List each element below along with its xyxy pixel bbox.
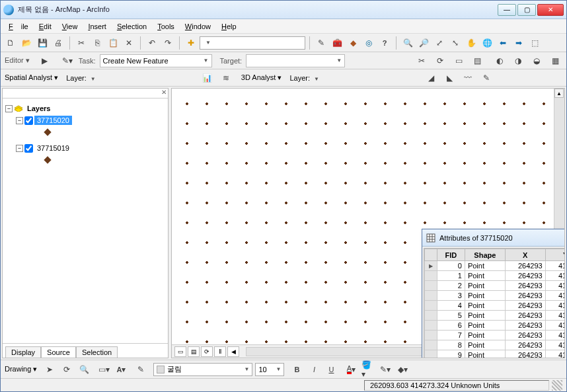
cell-fid[interactable]: 3 xyxy=(437,291,465,301)
layout-view-icon[interactable]: ▤ xyxy=(188,346,200,357)
table-row[interactable]: 5Point26429341429244,268 xyxy=(425,311,566,321)
cell-shape[interactable]: Point xyxy=(465,311,505,321)
resize-grip-icon[interactable] xyxy=(552,380,562,391)
italic-icon[interactable]: I xyxy=(307,362,321,377)
table-row[interactable]: 4Point26429341429344,304 xyxy=(425,301,566,311)
cell-x[interactable]: 264293 xyxy=(505,271,545,281)
table-row[interactable]: 6Point26429341429144,272 xyxy=(425,321,566,331)
cut-icon[interactable]: ✂ xyxy=(74,36,89,50)
cell-shape[interactable]: Point xyxy=(465,281,505,291)
edit-tool-icon[interactable]: ▶ xyxy=(38,54,52,68)
line-color-icon[interactable]: ✎▾ xyxy=(378,362,393,377)
cell-fid[interactable]: 8 xyxy=(437,340,465,350)
rotate-icon[interactable]: ⟳ xyxy=(433,54,447,68)
cell-x[interactable]: 264293 xyxy=(505,261,545,271)
cell-shape[interactable]: Point xyxy=(465,261,505,271)
row-handle[interactable] xyxy=(425,331,437,340)
tab-source[interactable]: Source xyxy=(41,346,76,358)
menu-window[interactable]: Window xyxy=(181,21,215,32)
next-extent-icon[interactable]: ➡ xyxy=(511,36,526,50)
cell-x[interactable]: 264293 xyxy=(505,311,545,321)
zoom-rect-icon[interactable]: 🔍 xyxy=(77,362,91,377)
histogram-icon[interactable]: 📊 xyxy=(200,71,215,85)
spatial-analyst-label[interactable]: Spatial Analyst ▾ xyxy=(5,73,58,82)
rectangle-tool-icon[interactable]: ▭▾ xyxy=(96,362,111,377)
diamond-point-symbol-icon[interactable] xyxy=(44,156,51,163)
full-extent-icon[interactable]: 🌐 xyxy=(480,36,494,50)
table-row[interactable]: 8Point26429341428944,225 xyxy=(425,340,566,350)
bold-icon[interactable]: B xyxy=(289,362,304,377)
row-handle[interactable] xyxy=(425,340,437,350)
threeD-tool4-icon[interactable]: ✎ xyxy=(479,71,494,85)
zoom-in-icon[interactable]: 🔍 xyxy=(400,36,415,50)
editor-toolbar-icon[interactable]: ✎ xyxy=(314,36,328,50)
row-handle[interactable] xyxy=(425,350,437,359)
cell-y[interactable]: 414289 xyxy=(545,340,565,350)
tab-display[interactable]: Display xyxy=(5,346,41,358)
row-handle[interactable]: ▶ xyxy=(425,261,437,271)
delete-icon[interactable]: ✕ xyxy=(122,36,136,50)
tree-root-row[interactable]: − Layers xyxy=(5,102,165,114)
cell-y[interactable]: 414296 xyxy=(545,271,565,281)
cell-y[interactable]: 414291 xyxy=(545,321,565,331)
cell-y[interactable]: 414293 xyxy=(545,301,565,311)
layer-visibility-checkbox[interactable] xyxy=(24,116,33,125)
copy-icon[interactable]: ⎘ xyxy=(90,36,104,50)
edit-tool5-icon[interactable]: ▦ xyxy=(548,54,562,68)
fill-color-icon[interactable]: 🪣▾ xyxy=(361,362,375,377)
cell-shape[interactable]: Point xyxy=(465,350,505,359)
row-handle[interactable] xyxy=(425,271,437,281)
redo-icon[interactable]: ↷ xyxy=(161,36,175,50)
toc-close-icon[interactable]: ✕ xyxy=(3,89,168,98)
cell-x[interactable]: 264293 xyxy=(505,340,545,350)
fixed-zoom-in-icon[interactable]: ⤢ xyxy=(432,36,447,50)
menu-insert[interactable]: Insert xyxy=(84,21,110,32)
contour-icon[interactable]: ≋ xyxy=(219,71,233,85)
cell-x[interactable]: 264293 xyxy=(505,301,545,311)
attribute-table-window[interactable]: Attributes of 37715020 — ▢ ✕ xyxy=(422,229,565,358)
font-color-icon[interactable]: A▾ xyxy=(344,362,358,377)
cell-shape[interactable]: Point xyxy=(465,291,505,301)
split-icon[interactable]: ✂ xyxy=(414,54,429,68)
cell-y[interactable]: 414290 xyxy=(545,331,565,340)
fixed-zoom-out-icon[interactable]: ⤡ xyxy=(448,36,463,50)
threeD-tool3-icon[interactable]: 〰 xyxy=(461,71,475,85)
select-elements-icon[interactable]: ⬚ xyxy=(527,36,542,50)
fontsize-combo[interactable]: 10▼ xyxy=(255,363,284,376)
menu-selection[interactable]: Selection xyxy=(113,21,151,32)
edit-vertices-icon[interactable]: ✎ xyxy=(133,362,148,377)
select-tool-icon[interactable]: ➤ xyxy=(42,362,57,377)
collapse-icon[interactable]: − xyxy=(5,105,13,112)
catalog-icon[interactable]: ◎ xyxy=(361,36,376,50)
cell-x[interactable]: 264293 xyxy=(505,291,545,301)
cell-fid[interactable]: 9 xyxy=(437,350,465,359)
cell-fid[interactable]: 7 xyxy=(437,331,465,340)
titlebar[interactable]: 제목 없음 - ArcMap - ArcInfo — ▢ ✕ xyxy=(1,1,566,19)
tab-selection[interactable]: Selection xyxy=(76,346,118,358)
layer-row-2[interactable]: − 37715019 xyxy=(5,142,165,154)
layer-2-label[interactable]: 37715019 xyxy=(34,143,72,153)
cell-x[interactable]: 264293 xyxy=(505,331,545,340)
maximize-button[interactable]: ▢ xyxy=(517,4,536,16)
arc-toolbox-icon[interactable]: 🧰 xyxy=(330,36,344,50)
whatsthis-icon[interactable]: ? xyxy=(377,36,392,50)
undo-icon[interactable]: ↶ xyxy=(145,36,159,50)
save-icon[interactable]: 💾 xyxy=(35,36,50,50)
edit-tool2-icon[interactable]: ◐ xyxy=(492,54,507,68)
edit-tool4-icon[interactable]: ◒ xyxy=(529,54,544,68)
table-row[interactable]: 1Point26429341429644,392 xyxy=(425,271,566,281)
menu-help[interactable]: Help xyxy=(217,21,241,32)
close-button[interactable]: ✕ xyxy=(537,4,564,16)
cell-y[interactable]: 414295 xyxy=(545,281,565,291)
threeD-layer-combo[interactable]: ▼ xyxy=(314,74,420,82)
collapse-icon[interactable]: − xyxy=(16,145,23,152)
refresh-icon[interactable]: ⟳ xyxy=(201,346,213,357)
scroll-left-icon[interactable]: ◀ xyxy=(227,346,239,357)
menu-tools[interactable]: Tools xyxy=(153,21,178,32)
col-x[interactable]: X xyxy=(505,249,545,261)
cell-shape[interactable]: Point xyxy=(465,271,505,281)
task-combo[interactable]: Create New Feature▼ xyxy=(100,54,212,67)
table-row[interactable]: ▶0Point26429341429744,408 xyxy=(425,261,566,271)
cell-fid[interactable]: 4 xyxy=(437,301,465,311)
menu-file[interactable]: File xyxy=(5,21,32,32)
